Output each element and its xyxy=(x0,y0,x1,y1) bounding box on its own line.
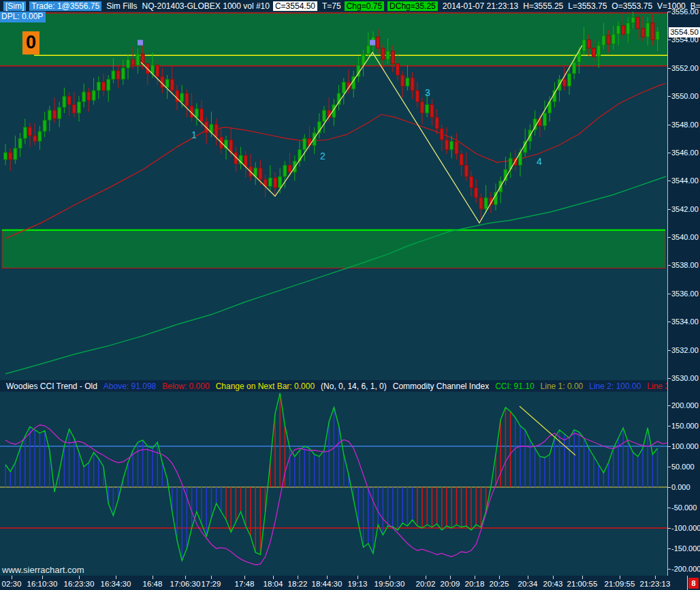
time-tick-label: 20:09 xyxy=(441,580,460,588)
cci-indicator-panel[interactable] xyxy=(0,392,667,576)
candle-body xyxy=(165,79,169,87)
cci-tick-label: -100.000 xyxy=(671,524,700,532)
main-price-chart[interactable]: 1234 xyxy=(0,12,667,380)
time-tick xyxy=(153,576,153,579)
status-bar-segment: Line 2: 100.00 xyxy=(589,382,641,391)
time-tick xyxy=(211,576,212,579)
cci-tick-label: 150.000 xyxy=(671,422,699,430)
candle-body xyxy=(460,154,463,166)
trade-marker-square xyxy=(370,40,375,46)
candle-body xyxy=(136,54,140,65)
cci-tick xyxy=(668,548,671,549)
candle-body xyxy=(33,136,37,141)
title-bar-segment: [Sim] xyxy=(3,1,26,11)
price-tick-label: 3542.00 xyxy=(671,205,699,213)
candle-body xyxy=(464,166,468,177)
price-tick-label: 3544.00 xyxy=(671,176,699,185)
time-tick-label: 20:18 xyxy=(465,580,485,588)
time-tick xyxy=(79,576,80,579)
candle-body xyxy=(303,138,306,150)
candle-body xyxy=(592,48,596,57)
candle-body xyxy=(440,129,443,140)
wave-count-label: 2 xyxy=(320,151,325,161)
time-tick xyxy=(244,576,245,579)
time-tick xyxy=(12,576,12,579)
candle-body xyxy=(63,96,66,108)
candle-body xyxy=(131,59,135,65)
price-tick xyxy=(668,265,671,266)
candle-body xyxy=(195,109,198,117)
candle-body xyxy=(401,75,404,87)
candle-body xyxy=(214,125,218,138)
title-bar-segment: NQ-201403-GLOBEX 1000 vol #10 xyxy=(142,1,269,11)
candle-body xyxy=(268,178,272,186)
time-tick-label: 18:04 xyxy=(264,580,283,588)
time-tick xyxy=(273,576,274,579)
cci-tick xyxy=(668,569,671,570)
woodies-signal-box: 0 xyxy=(22,31,39,55)
time-tick-label: 18:22 xyxy=(288,580,308,588)
candle-body xyxy=(622,26,625,34)
candle-body xyxy=(455,141,458,154)
sierra-chart-window: [Sim]Trade: 1@3556.75Sim FillsNQ-201403-… xyxy=(0,0,700,590)
candle-body xyxy=(411,78,414,91)
candle-body xyxy=(200,109,204,122)
candle-body xyxy=(626,23,630,35)
price-tick xyxy=(668,40,671,40)
candle-body xyxy=(29,127,32,136)
candle-body xyxy=(396,64,400,76)
candle-body xyxy=(366,46,370,54)
price-tick-label: 3550.00 xyxy=(671,92,699,100)
time-tick-label: 20:43 xyxy=(543,580,563,588)
candle-body xyxy=(342,82,345,93)
price-tick-label: 3552.00 xyxy=(671,64,699,72)
candle-body xyxy=(283,166,287,177)
candle-body xyxy=(386,51,389,59)
cci-tick xyxy=(668,528,671,529)
time-tick-label: 20:02 xyxy=(416,580,436,588)
candle-body xyxy=(82,92,86,102)
price-tick xyxy=(668,350,671,351)
candle-body xyxy=(102,82,106,90)
time-tick-label: 16:23:30 xyxy=(64,580,95,588)
candle-body xyxy=(391,51,394,64)
title-bar-segment: O=3553.75 xyxy=(611,1,652,11)
trade-marker-square xyxy=(138,40,143,46)
candle-body xyxy=(244,155,247,167)
price-tick xyxy=(668,153,671,153)
study-status-bar: Woodies CCI Trend - OldAbove: 91.098Belo… xyxy=(0,380,667,392)
price-tick xyxy=(668,237,671,238)
time-tick xyxy=(185,576,186,579)
candle-body xyxy=(274,178,277,187)
candle-body xyxy=(582,40,586,51)
price-scale[interactable]: 3554.50 3556.003554.003552.003550.003548… xyxy=(667,12,700,576)
candle-body xyxy=(587,40,590,48)
candle-body xyxy=(127,59,130,67)
time-tick xyxy=(499,576,500,579)
candle-body xyxy=(636,17,639,29)
alert-badge: 8 xyxy=(688,578,699,589)
time-tick-label: 19:13 xyxy=(348,580,368,588)
time-axis[interactable]: 02:3016:10:3016:23:3016:34:3016:4817:06:… xyxy=(0,576,700,590)
status-bar-segment: Woodies CCI Trend - Old xyxy=(6,382,97,391)
time-tick-label: 21:09:55 xyxy=(605,580,635,588)
wave-count-label: 1 xyxy=(191,129,197,140)
status-bar-segment: CCI: 91.10 xyxy=(495,382,534,391)
candle-body xyxy=(450,141,454,149)
time-tick xyxy=(620,576,620,579)
title-bar-segment: Sim Fills xyxy=(106,1,137,11)
price-tick xyxy=(668,209,671,210)
candle-body xyxy=(170,79,174,91)
price-tick-label: 3536.00 xyxy=(671,290,699,298)
cci-tick-label: -50.000 xyxy=(671,503,697,512)
candle-body xyxy=(445,140,449,149)
time-tick-label: 21:00:55 xyxy=(567,580,598,588)
time-tick xyxy=(327,576,328,579)
candle-body xyxy=(426,105,429,113)
candle-body xyxy=(421,102,424,113)
wave-count-label: 3 xyxy=(425,87,430,98)
time-tick xyxy=(655,576,656,579)
candle-body xyxy=(607,35,610,44)
cci-tick xyxy=(668,467,671,467)
price-tick-label: 3556.00 xyxy=(671,7,699,16)
